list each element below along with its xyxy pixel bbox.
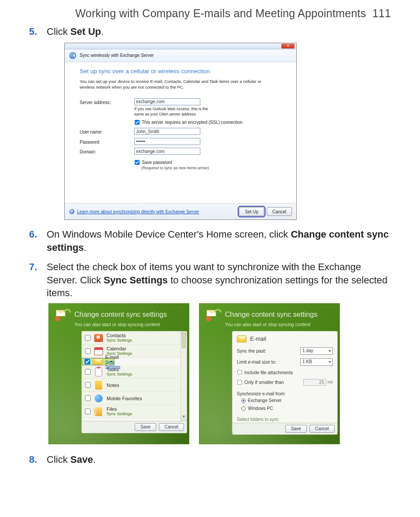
domain-input[interactable] xyxy=(134,148,200,155)
panel-subtitle: You can also start or stop syncing conte… xyxy=(74,321,183,327)
server-hint: If you use Outlook Web Access, this is t… xyxy=(134,106,214,117)
dialog-heading: Set up sync over a cellular or wireless … xyxy=(80,67,281,75)
save-button[interactable]: Save xyxy=(135,423,156,431)
panel-title: Change content sync settings xyxy=(74,310,167,320)
sync-item-row[interactable]: Mobile Favorites xyxy=(82,392,187,405)
cancel-button[interactable]: Cancel xyxy=(159,423,184,431)
step-number: 8. xyxy=(29,453,37,466)
sync-item-row[interactable]: CalendarSync Settings xyxy=(82,345,187,358)
dialog-description: You can set up your device to receive E-… xyxy=(80,79,273,90)
sync-item-name: Mobile Favorites xyxy=(107,396,142,401)
exchange-setup-dialog: ✕ Sync wirelessly with Exchange Server S… xyxy=(64,43,297,220)
learn-more-link[interactable]: Learn more about synchronizing directly … xyxy=(77,209,199,215)
email-section-title: E-mail xyxy=(250,335,266,343)
step-5: 5. Click Set Up. ✕ Sync wirelessly with … xyxy=(29,25,391,220)
step-number: 5. xyxy=(29,25,37,38)
step-8: 8. Click Save. xyxy=(29,453,391,466)
only-if-smaller-checkbox[interactable] xyxy=(237,380,242,385)
sync-item-checkbox[interactable] xyxy=(85,395,91,401)
sync-item-checkbox[interactable] xyxy=(85,335,91,341)
calendar-icon xyxy=(94,347,103,355)
sync-header-icon xyxy=(55,308,71,321)
save-button[interactable]: Save xyxy=(285,425,307,433)
step-text-post: . xyxy=(93,454,96,465)
dialog-breadcrumb: Sync wirelessly with Exchange Server xyxy=(65,49,296,62)
username-label: User name: xyxy=(80,128,134,135)
only-if-smaller-label: Only if smaller than xyxy=(244,379,284,385)
include-attachments-label: Include file attachments xyxy=(244,369,293,376)
panel-subtitle: You can also start or stop syncing conte… xyxy=(225,321,333,327)
step-number: 7. xyxy=(29,260,37,274)
contacts-icon xyxy=(94,334,103,342)
sync-item-checkbox[interactable] xyxy=(85,369,91,375)
sync-past-select[interactable]: 1 day xyxy=(300,347,333,355)
sync-item-row[interactable]: Notes xyxy=(82,379,187,392)
list-scrollbar[interactable]: ▲ ▼ xyxy=(181,331,187,421)
scroll-thumb[interactable] xyxy=(182,332,186,348)
step-7: 7. Select the check box of items you wan… xyxy=(29,260,391,444)
scroll-down-icon[interactable]: ▼ xyxy=(181,415,187,421)
include-attachments-checkbox[interactable] xyxy=(237,370,242,375)
domain-label: Domain: xyxy=(80,148,134,155)
favorites-icon xyxy=(95,394,103,402)
back-icon[interactable] xyxy=(69,52,76,59)
radio-label: Exchange Server xyxy=(248,398,282,404)
notes-icon xyxy=(95,381,102,390)
panel-title: Change content sync settings xyxy=(225,310,317,320)
step-text-post: . xyxy=(84,242,86,253)
radio-icon xyxy=(241,406,246,411)
step-text-pre: On Windows Mobile Device Center's Home s… xyxy=(47,229,291,240)
sync-settings-panel-email: Change content sync settings You can als… xyxy=(199,303,340,444)
set-up-button[interactable]: Set Up xyxy=(239,207,264,216)
limit-size-select[interactable]: 1 KB xyxy=(300,358,333,366)
page-header: Working with Company E-mails and Meeting… xyxy=(29,7,391,20)
step-6: 6. On Windows Mobile Device Center's Hom… xyxy=(29,228,391,254)
username-input[interactable] xyxy=(134,128,200,135)
sync-past-label: Sync the past: xyxy=(237,348,266,354)
header-title: Working with Company E-mails and Meeting… xyxy=(75,7,366,19)
email-icon xyxy=(237,335,247,342)
help-icon[interactable]: ? xyxy=(69,209,74,214)
limit-size-label: Limit e-mail size to: xyxy=(237,359,276,365)
sync-item-row[interactable]: E-mailSync Settings xyxy=(82,358,114,365)
sync-settings-link[interactable]: Sync Settings xyxy=(107,338,132,342)
ssl-label: This server requires an encrypted (SSL) … xyxy=(142,119,242,126)
password-label: Password: xyxy=(80,138,134,145)
radio-icon xyxy=(241,398,246,403)
sync-settings-link[interactable]: Sync Settings xyxy=(105,360,120,369)
sync-settings-link[interactable]: Sync Settings xyxy=(107,372,132,376)
step-number: 6. xyxy=(29,228,37,241)
tasks-icon xyxy=(95,368,102,376)
step-text-bold: Set Up xyxy=(70,26,101,37)
sync-item-checkbox[interactable] xyxy=(85,348,91,354)
close-icon[interactable]: ✕ xyxy=(281,44,295,48)
cancel-button[interactable]: Cancel xyxy=(267,207,292,216)
save-password-checkbox[interactable] xyxy=(135,160,140,165)
select-folders-link[interactable]: Select folders to sync xyxy=(237,417,333,423)
sync-from-windows-pc[interactable]: Windows PC xyxy=(241,405,333,412)
step-text-pre: Click xyxy=(47,26,70,37)
sync-item-checkbox[interactable] xyxy=(85,359,90,365)
server-address-input[interactable] xyxy=(134,98,200,105)
sync-item-checkbox[interactable] xyxy=(85,409,91,414)
ssl-checkbox[interactable] xyxy=(135,120,140,125)
cancel-button[interactable]: Cancel xyxy=(309,425,335,433)
sync-item-row[interactable]: FilesSync Settings xyxy=(82,405,187,418)
email-icon xyxy=(93,358,103,365)
kb-unit: KB xyxy=(328,379,333,385)
sync-from-label: Synchronize e-mail from: xyxy=(237,391,333,397)
server-label: Server address: xyxy=(80,98,134,106)
save-password-label: Save password xyxy=(142,160,172,166)
sync-item-row[interactable]: ContactsSync Settings xyxy=(82,331,187,345)
sync-from-exchange[interactable]: Exchange Server xyxy=(241,398,333,404)
sync-item-name: Notes xyxy=(107,383,119,388)
files-icon xyxy=(95,407,102,416)
sync-settings-panel-list: Change content sync settings You can als… xyxy=(48,303,189,444)
password-input[interactable] xyxy=(134,138,200,145)
step-text-bold: Sync Settings xyxy=(104,275,168,286)
step-text-bold: Save xyxy=(70,454,93,465)
sync-item-row[interactable]: TasksSync Settings xyxy=(82,365,187,379)
sync-settings-link[interactable]: Sync Settings xyxy=(107,412,132,416)
only-if-size-input[interactable]: 25 xyxy=(303,379,326,386)
sync-item-checkbox[interactable] xyxy=(85,382,91,388)
